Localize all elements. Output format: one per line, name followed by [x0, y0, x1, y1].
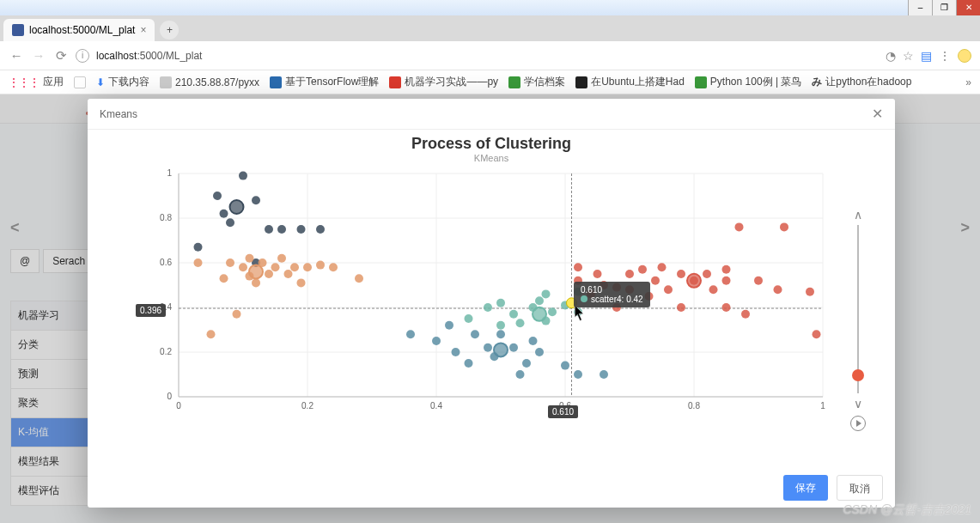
svg-point-92: [542, 289, 551, 298]
bookmark-item[interactable]: 学信档案: [508, 75, 565, 89]
svg-point-120: [722, 303, 731, 312]
kmeans-modal: Kmeans ✕ Process of Clustering KMeans 00…: [88, 99, 895, 508]
svg-point-93: [548, 307, 557, 316]
slider-down-icon[interactable]: ∨: [854, 397, 862, 410]
svg-point-56: [277, 254, 286, 263]
svg-text:0.2: 0.2: [301, 401, 313, 410]
svg-point-124: [774, 285, 782, 294]
apps-button[interactable]: ⋮⋮⋮ 应用: [9, 75, 64, 89]
svg-point-77: [529, 337, 538, 345]
svg-point-36: [239, 172, 247, 180]
menu-icon[interactable]: ⋮: [939, 49, 951, 63]
svg-point-123: [754, 277, 763, 285]
svg-point-83: [465, 314, 473, 323]
window-controls: – ❐ ✕: [0, 0, 980, 15]
slider-up-icon[interactable]: ∧: [854, 208, 862, 222]
svg-point-111: [658, 263, 667, 271]
chart-subtitle: KMeans: [101, 153, 881, 163]
svg-point-110: [651, 277, 660, 285]
svg-point-43: [230, 200, 244, 214]
svg-point-60: [303, 263, 312, 271]
svg-point-74: [509, 344, 518, 352]
svg-point-35: [226, 218, 234, 227]
y-crosshair-label: 0.396: [136, 304, 166, 317]
site-info-icon[interactable]: i: [76, 49, 89, 63]
tab-close-icon[interactable]: ×: [140, 24, 146, 36]
chart-area[interactable]: 00.20.40.60.8100.20.40.60.81 0.396 0.610…: [101, 165, 881, 440]
svg-point-69: [465, 359, 473, 368]
bookmark-item[interactable]: 机器学习实战——py: [389, 75, 498, 89]
svg-point-39: [265, 225, 273, 234]
bookmark-item[interactable]: 在Ubuntu上搭建Had: [575, 75, 685, 89]
bookmark-item[interactable]: [74, 76, 86, 88]
svg-point-88: [516, 319, 525, 327]
bookmark-item[interactable]: ⬇下载内容: [96, 75, 149, 89]
forward-icon[interactable]: →: [31, 48, 46, 63]
minimize-button[interactable]: –: [908, 0, 932, 15]
new-tab-button[interactable]: +: [160, 21, 179, 40]
modal-footer: 保存 取消: [88, 468, 895, 508]
svg-point-116: [703, 270, 711, 278]
maximize-button[interactable]: ❐: [932, 0, 956, 15]
svg-point-48: [233, 310, 241, 319]
modal-header: Kmeans ✕: [88, 99, 895, 130]
x-crosshair-label: 0.610: [548, 405, 578, 418]
svg-point-112: [664, 285, 673, 294]
star-icon[interactable]: ☆: [903, 49, 914, 63]
svg-point-46: [220, 274, 228, 283]
modal-title: Kmeans: [100, 108, 137, 120]
extension-icon[interactable]: ◔: [886, 49, 896, 63]
bookmarks-overflow-icon[interactable]: »: [965, 76, 971, 88]
reload-icon[interactable]: ⟳: [53, 48, 69, 64]
svg-point-121: [735, 222, 744, 231]
url-input[interactable]: localhost:5000/ML_plat: [96, 50, 879, 62]
svg-point-33: [213, 192, 222, 200]
play-button[interactable]: [850, 416, 866, 431]
svg-point-106: [625, 270, 634, 278]
window-close-button[interactable]: ✕: [956, 0, 980, 15]
bookmark-item[interactable]: Python 100例 | 菜鸟: [695, 75, 802, 89]
svg-point-75: [516, 370, 525, 379]
svg-point-76: [522, 359, 531, 368]
watermark: CSDN @云哲-吉吉2021: [843, 502, 971, 518]
slider-track[interactable]: [857, 225, 859, 393]
chart-tooltip: 0.610 scatter4: 0.42: [574, 282, 650, 307]
svg-point-113: [677, 270, 685, 278]
bookmark-item[interactable]: み让python在hadoop: [812, 75, 911, 89]
svg-point-71: [484, 344, 492, 352]
svg-text:0.8: 0.8: [688, 401, 700, 410]
scatter-plot[interactable]: 00.20.40.60.8100.20.40.60.81: [136, 165, 840, 423]
svg-text:0: 0: [176, 401, 181, 410]
svg-point-62: [329, 263, 338, 271]
bookmark-item[interactable]: 210.35.88.87/pyxx: [160, 76, 259, 88]
modal-close-icon[interactable]: ✕: [872, 106, 883, 122]
save-button[interactable]: 保存: [783, 475, 828, 501]
svg-point-45: [207, 330, 216, 338]
svg-text:0.6: 0.6: [160, 258, 172, 267]
translate-icon[interactable]: ▤: [921, 49, 932, 63]
svg-point-114: [677, 303, 685, 312]
svg-point-64: [249, 265, 263, 278]
svg-point-50: [246, 254, 254, 263]
bookmarks-bar: ⋮⋮⋮ 应用 ⬇下载内容 210.35.88.87/pyxx 基于TensorF…: [0, 70, 980, 94]
back-icon[interactable]: ←: [9, 48, 24, 63]
svg-point-42: [316, 225, 325, 234]
svg-point-65: [406, 330, 415, 338]
cancel-button[interactable]: 取消: [837, 475, 883, 501]
svg-point-57: [284, 270, 293, 278]
svg-point-47: [226, 258, 234, 267]
svg-point-37: [252, 196, 260, 204]
svg-point-98: [533, 307, 546, 321]
modal-body: Process of Clustering KMeans 00.20.40.60…: [88, 130, 895, 468]
svg-point-108: [638, 265, 647, 274]
profile-icon[interactable]: [958, 49, 971, 63]
svg-point-41: [297, 225, 306, 234]
svg-point-90: [535, 296, 544, 305]
bookmark-item[interactable]: 基于TensorFlow理解: [270, 75, 379, 89]
browser-tab[interactable]: localhost:5000/ML_plat ×: [3, 19, 155, 41]
svg-point-81: [600, 370, 608, 379]
svg-point-86: [496, 299, 505, 307]
slider-knob[interactable]: [852, 369, 864, 381]
svg-text:0.4: 0.4: [430, 401, 442, 410]
svg-point-54: [265, 270, 273, 278]
